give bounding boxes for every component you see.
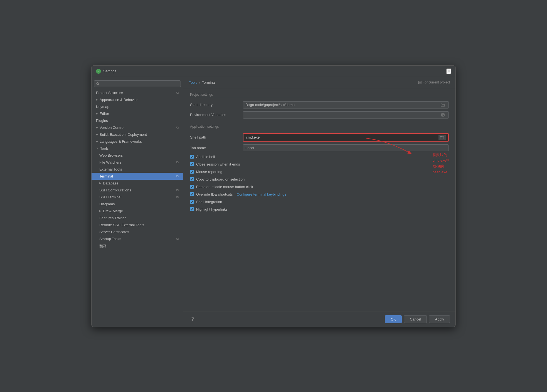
checkbox-row-override-ide: Override IDE shortcuts Configure termina…	[190, 192, 449, 197]
start-directory-browse-button[interactable]	[439, 103, 446, 107]
help-button[interactable]: ?	[189, 316, 196, 322]
sidebar-item-label: External Tools	[99, 167, 122, 171]
sidebar-item-version-control[interactable]: ▶ Version Control	[92, 124, 183, 131]
apply-button[interactable]: Apply	[429, 315, 450, 323]
search-box[interactable]	[94, 80, 181, 87]
sidebar-item-label: Project Structure	[96, 91, 123, 95]
checkbox-row-shell-integration: Shell integration	[190, 199, 449, 204]
shell-path-input[interactable]	[246, 135, 438, 139]
page-icon	[418, 81, 422, 84]
checkbox-row-copy-clipboard: Copy to clipboard on selection	[190, 177, 449, 182]
breadcrumb-project-info: For current project	[418, 80, 450, 84]
breadcrumb-terminal: Terminal	[202, 80, 216, 85]
highlight-hyperlinks-checkbox[interactable]	[190, 207, 194, 211]
shell-path-browse-button[interactable]	[438, 135, 446, 140]
env-variables-browse-button[interactable]	[440, 113, 446, 117]
sidebar-item-database[interactable]: ▶ Database	[92, 180, 183, 187]
ok-button[interactable]: OK	[385, 315, 402, 323]
sidebar: Project Structure ▶ Appearance & Behavio…	[92, 77, 183, 327]
sidebar-item-startup-tasks[interactable]: Startup Tasks	[92, 235, 183, 242]
checkbox-row-paste-middle: Paste on middle mouse button click	[190, 184, 449, 189]
sidebar-item-ssh-configurations[interactable]: SSH Configurations	[92, 187, 183, 194]
tab-name-input[interactable]	[245, 146, 446, 150]
sidebar-item-appearance-behavior[interactable]: ▶ Appearance & Behavior	[92, 96, 183, 103]
app-icon: G	[96, 69, 101, 74]
close-button[interactable]: ✕	[446, 68, 451, 74]
sidebar-item-label: File Watchers	[99, 160, 121, 164]
breadcrumb: Tools › Terminal For current project	[183, 77, 455, 88]
sidebar-item-plugins[interactable]: Plugins	[92, 117, 183, 124]
sidebar-item-diagrams[interactable]: Diagrams	[92, 201, 183, 208]
sidebar-item-tools[interactable]: ▼ Tools	[92, 145, 183, 152]
sidebar-item-editor[interactable]: ▶ Editor	[92, 110, 183, 117]
checkboxes-container: Audible bell Close session when it ends …	[190, 154, 449, 212]
sidebar-item-external-tools[interactable]: External Tools	[92, 166, 183, 173]
start-directory-label: Start directory	[190, 103, 240, 107]
sidebar-item-diff-merge[interactable]: ▶ Diff & Merge	[92, 208, 183, 215]
copy-icon	[176, 126, 179, 129]
sidebar-item-label: Server Certificates	[99, 230, 129, 234]
sidebar-item-label: SSH Terminal	[99, 195, 121, 199]
shell-integration-label: Shell integration	[196, 200, 222, 204]
tab-name-input-wrapper	[243, 144, 449, 151]
close-session-label: Close session when it ends	[196, 162, 240, 166]
audible-bell-label: Audible bell	[196, 155, 215, 159]
search-input[interactable]	[101, 82, 178, 86]
bottom-bar: ? OK Cancel Apply	[183, 312, 455, 327]
copy-icon	[176, 188, 179, 192]
copy-clipboard-checkbox[interactable]	[190, 177, 194, 181]
audible-bell-checkbox[interactable]	[190, 155, 194, 159]
sidebar-item-build-execution[interactable]: ▶ Build, Execution, Deployment	[92, 131, 183, 138]
sidebar-item-label: Web Browsers	[99, 153, 123, 157]
sidebar-item-languages-frameworks[interactable]: ▶ Languages & Frameworks	[92, 138, 183, 145]
env-variables-input[interactable]	[245, 113, 440, 117]
svg-line-3	[98, 84, 99, 85]
svg-text:G: G	[97, 70, 99, 73]
sidebar-item-web-browsers[interactable]: Web Browsers	[92, 152, 183, 159]
sidebar-item-remote-ssh-external[interactable]: Remote SSH External Tools	[92, 221, 183, 228]
expand-arrow: ▶	[96, 140, 98, 143]
sidebar-item-ssh-terminal[interactable]: SSH Terminal	[92, 194, 183, 201]
sidebar-item-keymap[interactable]: Keymap	[92, 103, 183, 110]
mouse-reporting-checkbox[interactable]	[190, 170, 194, 174]
for-current-project-label: For current project	[423, 80, 450, 84]
sidebar-item-label: Version Control	[100, 125, 124, 130]
tab-name-label: Tab name	[190, 146, 240, 150]
breadcrumb-tools[interactable]: Tools	[189, 80, 197, 85]
copy-clipboard-label: Copy to clipboard on selection	[196, 177, 245, 181]
svg-point-2	[97, 82, 99, 85]
sidebar-item-server-certificates[interactable]: Server Certificates	[92, 228, 183, 235]
shell-path-row: Shell path	[190, 133, 449, 142]
sidebar-item-terminal[interactable]: Terminal	[92, 173, 183, 180]
close-session-checkbox[interactable]	[190, 162, 194, 166]
sidebar-item-label: Diagrams	[99, 202, 115, 206]
sidebar-item-label: Keymap	[96, 105, 109, 109]
env-variables-label: Environment Variables	[190, 113, 240, 117]
copy-icon	[176, 174, 179, 178]
sidebar-item-translate[interactable]: 翻译	[92, 242, 183, 250]
start-directory-input[interactable]	[245, 103, 439, 107]
cancel-button[interactable]: Cancel	[404, 315, 427, 323]
expand-arrow: ▶	[99, 182, 101, 184]
search-icon	[96, 82, 99, 85]
start-directory-input-wrapper	[243, 101, 449, 109]
copy-icon	[176, 161, 179, 164]
shell-path-label: Shell path	[190, 135, 240, 139]
main-panel: Tools › Terminal For current project Pro…	[183, 77, 455, 327]
highlight-hyperlinks-label: Highlight hyperlinks	[196, 207, 228, 211]
sidebar-item-project-structure[interactable]: Project Structure	[92, 89, 183, 96]
expand-arrow: ▶	[96, 98, 98, 101]
checkbox-row-audible-bell: Audible bell	[190, 154, 449, 159]
override-ide-label: Override IDE shortcuts	[196, 192, 233, 196]
override-ide-checkbox[interactable]	[190, 192, 194, 196]
configure-keybindings-link[interactable]: Configure terminal keybindings	[237, 192, 286, 196]
paste-middle-checkbox[interactable]	[190, 185, 194, 189]
sidebar-item-features-trainer[interactable]: Features Trainer	[92, 215, 183, 221]
copy-icon	[176, 237, 179, 241]
breadcrumb-separator: ›	[199, 80, 200, 85]
copy-icon	[176, 195, 179, 199]
sidebar-item-file-watchers[interactable]: File Watchers	[92, 159, 183, 166]
shell-integration-checkbox[interactable]	[190, 200, 194, 204]
shell-path-border	[243, 133, 449, 142]
project-settings-label: Project settings	[190, 93, 449, 98]
